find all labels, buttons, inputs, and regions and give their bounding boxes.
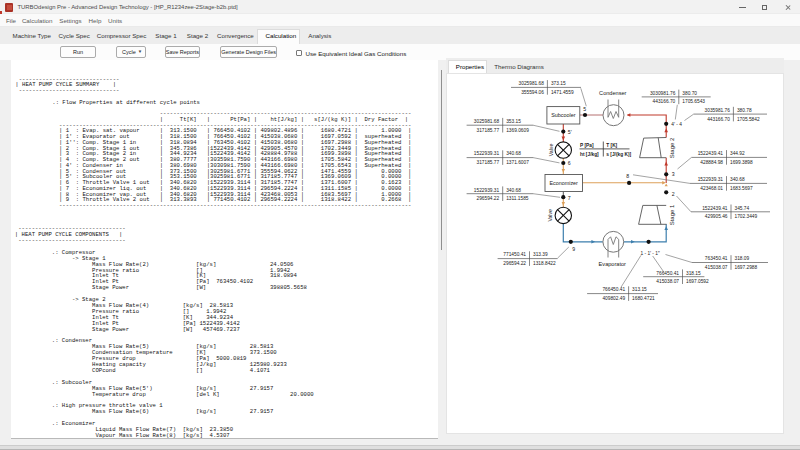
svg-text:373.15: 373.15	[551, 81, 566, 86]
svg-text:1680.4721: 1680.4721	[632, 296, 655, 301]
svg-text:7: 7	[568, 195, 571, 201]
svg-text:443166.70: 443166.70	[653, 99, 676, 104]
svg-text:4′ - 4: 4′ - 4	[671, 122, 682, 127]
svg-text:ht [J/kg]: ht [J/kg]	[580, 152, 599, 157]
svg-text:9: 9	[572, 246, 575, 252]
svg-text:766450.41: 766450.41	[602, 287, 625, 292]
svg-text:317185.77: 317185.77	[477, 128, 500, 133]
svg-text:1 - 1′ - 1″: 1 - 1′ - 1″	[641, 251, 660, 256]
svg-text:763450.41: 763450.41	[705, 256, 728, 261]
svg-text:317185.77: 317185.77	[477, 160, 500, 165]
svg-text:3025981.68: 3025981.68	[519, 81, 545, 86]
svg-text:318.15: 318.15	[686, 271, 701, 276]
svg-text:8: 8	[626, 173, 629, 179]
svg-text:1705.6543: 1705.6543	[682, 99, 705, 104]
svg-text:313.39: 313.39	[533, 252, 548, 257]
svg-text:340.68: 340.68	[730, 177, 745, 182]
svg-text:423468.01: 423468.01	[700, 186, 723, 191]
svg-text:428884.98: 428884.98	[700, 160, 723, 165]
svg-text:6: 6	[568, 160, 571, 166]
svg-text:318.09: 318.09	[735, 256, 750, 261]
svg-text:1522939.31: 1522939.31	[474, 151, 500, 156]
svg-text:1522439.41: 1522439.41	[702, 206, 728, 211]
svg-text:Valve: Valve	[548, 144, 554, 157]
svg-text:5: 5	[583, 106, 586, 112]
svg-text:1699.3898: 1699.3898	[730, 160, 753, 165]
svg-text:1697.2988: 1697.2988	[735, 265, 758, 270]
svg-text:1471.4559: 1471.4559	[551, 90, 574, 95]
svg-text:1705.5842: 1705.5842	[737, 117, 760, 122]
svg-text:1371.6007: 1371.6007	[506, 160, 529, 165]
svg-text:355594.06: 355594.06	[521, 90, 544, 95]
svg-text:3: 3	[672, 171, 675, 177]
svg-text:1683.5697: 1683.5697	[730, 186, 753, 191]
svg-text:3025981.68: 3025981.68	[474, 119, 500, 124]
svg-text:313.15: 313.15	[632, 287, 647, 292]
svg-text:Subcooler: Subcooler	[551, 112, 575, 118]
svg-text:1311.1585: 1311.1585	[506, 196, 529, 201]
svg-text:Economizer: Economizer	[549, 180, 578, 186]
svg-text:Stage 1: Stage 1	[669, 204, 675, 225]
svg-text:1318.8422: 1318.8422	[533, 261, 556, 266]
svg-text:P [Pa]: P [Pa]	[580, 143, 594, 148]
svg-text:380.70: 380.70	[682, 91, 697, 96]
svg-text:1522939.31: 1522939.31	[474, 188, 500, 193]
svg-text:T [K]: T [K]	[606, 143, 617, 148]
svg-text:1522939.31: 1522939.31	[698, 177, 724, 182]
svg-text:340.68: 340.68	[506, 151, 521, 156]
svg-text:353.15: 353.15	[506, 119, 521, 124]
svg-text:429905.46: 429905.46	[705, 214, 728, 219]
svg-text:5′: 5′	[568, 129, 572, 135]
svg-text:380.78: 380.78	[737, 108, 752, 113]
svg-text:1702.3449: 1702.3449	[735, 214, 758, 219]
svg-text:1522439.41: 1522439.41	[698, 151, 724, 156]
svg-text:1369.0609: 1369.0609	[506, 128, 529, 133]
svg-text:345.74: 345.74	[735, 206, 750, 211]
svg-text:Evaporator: Evaporator	[599, 261, 626, 267]
svg-text:415038.07: 415038.07	[705, 265, 728, 270]
svg-text:443166.70: 443166.70	[707, 117, 730, 122]
svg-text:415038.07: 415038.07	[656, 279, 679, 284]
svg-text:Valve: Valve	[548, 209, 554, 222]
svg-text:Stage 2: Stage 2	[669, 137, 675, 158]
svg-text:340.68: 340.68	[506, 188, 521, 193]
svg-text:3035981.76: 3035981.76	[705, 108, 731, 113]
svg-text:296594.22: 296594.22	[503, 261, 526, 266]
svg-text:344.92: 344.92	[730, 151, 745, 156]
svg-text:3030981.76: 3030981.76	[650, 91, 676, 96]
svg-text:296594.22: 296594.22	[477, 196, 500, 201]
svg-text:1697.0592: 1697.0592	[686, 279, 709, 284]
svg-text:Condenser: Condenser	[599, 90, 627, 96]
svg-text:s [J/(kg K)]: s [J/(kg K)]	[606, 152, 631, 157]
svg-text:771450.41: 771450.41	[503, 252, 526, 257]
svg-text:766450.41: 766450.41	[656, 271, 679, 276]
svg-text:2: 2	[672, 191, 675, 197]
svg-text:409802.49: 409802.49	[602, 296, 625, 301]
